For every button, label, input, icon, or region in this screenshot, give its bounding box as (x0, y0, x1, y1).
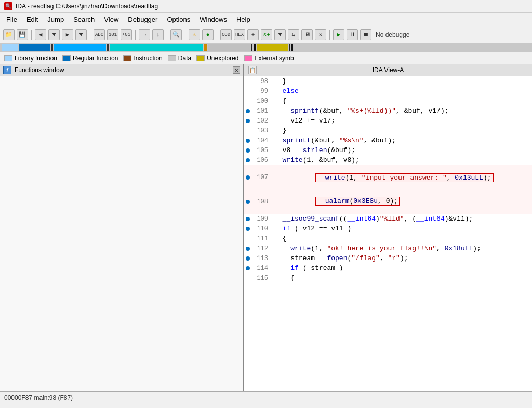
legend-data-color (168, 55, 176, 61)
main-area: f Functions window ✕ 📋 IDA View-A 98 } (0, 64, 532, 391)
toolbar-back[interactable]: ◀ (35, 29, 46, 40)
menu-edit[interactable]: Edit (22, 15, 42, 24)
line-num-101: 101 (251, 107, 272, 115)
toolbar-arrows[interactable]: ⇆ (288, 29, 299, 40)
menu-view[interactable]: View (100, 15, 123, 24)
line-code-115: { (272, 274, 532, 282)
nav-seg-black-4 (254, 44, 256, 51)
debugger-label: No debugge (376, 31, 409, 38)
toolbar-down[interactable]: ↓ (152, 29, 164, 40)
line-num-100: 100 (251, 98, 272, 105)
window-title: IDA - readflag C:\Users\jinzhao\Download… (16, 3, 158, 10)
toolbar-code3[interactable]: +01 (121, 29, 132, 40)
legend-library: Library function (4, 55, 57, 62)
line-num-113: 113 (251, 255, 272, 262)
code-view[interactable]: 98 } 99 else 100 { 101 sprintf(&buf, "%s… (244, 76, 532, 391)
toolbar-code-view[interactable]: COD (220, 29, 232, 40)
line-dot-107 (244, 175, 251, 180)
code-line-115: 115 { (244, 273, 532, 283)
functions-close[interactable]: ✕ (233, 66, 240, 74)
menu-help[interactable]: Help (232, 15, 255, 24)
line-code-111: { (272, 235, 532, 242)
line-dot-105 (244, 148, 251, 153)
nav-seg-khaki (257, 44, 288, 51)
toolbar-sep-3 (135, 30, 136, 40)
legend-regular: Regular function (62, 55, 118, 62)
toolbar-forward[interactable]: ▶ (62, 29, 73, 40)
line-code-101: sprintf(&buf, "%s+(%lld))", &buf, v17); (272, 107, 532, 115)
line-dot-101 (244, 109, 251, 113)
code-line-108: 108 ualarm(0x3E8u, 0); (244, 189, 532, 214)
legend-external-label: External symb (255, 55, 294, 62)
legend-bar: Library function Regular function Instru… (0, 52, 532, 64)
line-code-103: } (272, 127, 532, 134)
code-line-114: 114 if ( stream ) (244, 263, 532, 273)
nav-seg-black-6 (291, 44, 293, 51)
line-code-100: { (272, 97, 532, 105)
line-code-107: write(1, "input your answer: ", 0x13uLL)… (272, 165, 532, 189)
toolbar-plus[interactable]: + (247, 29, 259, 40)
code-line-102: 102 v12 += v17; (244, 116, 532, 126)
status-bar: 00000F87 main:98 (F87) (0, 391, 532, 403)
functions-panel: f Functions window ✕ (0, 64, 244, 391)
code-line-103: 103 } (244, 126, 532, 135)
toolbar-stop[interactable]: ⏹ (360, 29, 371, 40)
menu-options[interactable]: Options (163, 15, 194, 24)
toolbar-back-arrow[interactable]: ▼ (48, 29, 60, 40)
toolbar-arrow-down[interactable]: ▼ (274, 29, 286, 40)
line-code-102: v12 += v17; (272, 117, 532, 125)
menu-file[interactable]: File (2, 15, 21, 24)
menu-jump[interactable]: Jump (43, 15, 68, 24)
nav-seg-dark-blue (19, 44, 50, 51)
line-code-108: ualarm(0x3E8u, 0); (272, 189, 532, 214)
legend-instruction-color (123, 55, 131, 61)
code-line-109: 109 __isoc99_scanf((__int64)"%lld", (__i… (244, 214, 532, 224)
ida-title: IDA View-A (373, 66, 404, 74)
toolbar-run[interactable]: ● (202, 29, 214, 40)
toolbar-hex[interactable]: HEX (234, 29, 245, 40)
toolbar-forward-arrow[interactable]: ▼ (75, 29, 87, 40)
toolbar-nav[interactable]: → (139, 29, 150, 40)
toolbar-monitor[interactable]: 🖥 (301, 29, 313, 40)
toolbar-dot[interactable]: s+ (261, 29, 272, 40)
toolbar-code1[interactable]: ABC (94, 29, 105, 40)
toolbar: 📁 💾 ◀ ▼ ▶ ▼ ABC 101 +01 → ↓ 🔍 ⚠ ● COD HE… (0, 26, 532, 43)
ida-header: 📋 IDA View-A (244, 64, 532, 76)
line-num-104: 104 (251, 137, 272, 144)
line-num-115: 115 (251, 275, 272, 282)
line-dot-109 (244, 217, 251, 221)
line-code-99: else (272, 87, 532, 95)
menu-search[interactable]: Search (69, 15, 99, 24)
toolbar-open[interactable]: 📁 (3, 29, 15, 40)
menu-debugger[interactable]: Debugger (124, 15, 162, 24)
nav-bar (0, 43, 532, 52)
toolbar-warn[interactable]: ⚠ (189, 29, 200, 40)
toolbar-close-x[interactable]: ✕ (315, 29, 326, 40)
toolbar-save[interactable]: 💾 (17, 29, 28, 40)
nav-seg-black-1 (51, 44, 53, 51)
line-dot-113 (244, 256, 251, 261)
code-line-99: 99 else (244, 86, 532, 96)
nav-seg-cyan (110, 44, 203, 51)
code-line-101: 101 sprintf(&buf, "%s+(%lld))", &buf, v1… (244, 106, 532, 116)
line-code-105: v8 = strlen(&buf); (272, 146, 532, 154)
line-dot-110 (244, 227, 251, 231)
code-line-110: 110 if ( v12 == v11 ) (244, 224, 532, 234)
nav-seg-gray (208, 44, 250, 51)
toolbar-sep-7 (329, 30, 330, 40)
menu-windows[interactable]: Windows (195, 15, 231, 24)
line-num-98: 98 (251, 78, 272, 85)
toolbar-search[interactable]: 🔍 (170, 29, 182, 40)
toolbar-code2[interactable]: 101 (107, 29, 118, 40)
legend-instruction-label: Instruction (134, 55, 162, 62)
toolbar-play[interactable]: ▶ (333, 29, 344, 40)
nav-seg-light-blue (2, 44, 18, 51)
legend-data-label: Data (178, 55, 191, 62)
nav-seg-black-3 (251, 44, 252, 51)
line-dot-114 (244, 266, 251, 270)
toolbar-pause[interactable]: ⏸ (347, 29, 358, 40)
line-code-113: stream = fopen("/flag", "r"); (272, 254, 532, 262)
line-num-99: 99 (251, 88, 272, 95)
functions-header: f Functions window ✕ (0, 64, 243, 76)
functions-icon: f (3, 66, 11, 74)
